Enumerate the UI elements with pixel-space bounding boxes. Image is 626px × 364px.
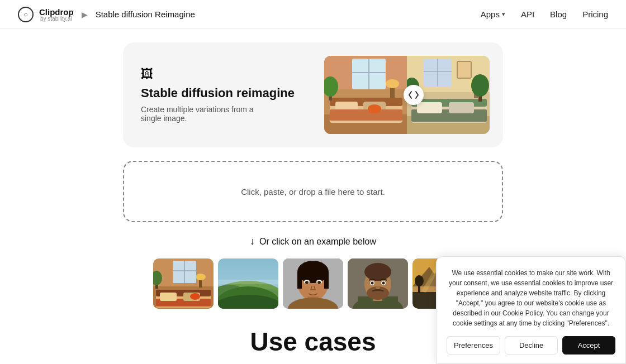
cookie-accept-button[interactable]: Accept (562, 336, 615, 355)
logo-icon: ○ (18, 7, 34, 22)
cookie-text: We use essential cookies to make our sit… (447, 268, 615, 328)
cookie-banner: We use essential cookies to make our sit… (436, 256, 626, 364)
svg-point-15 (368, 104, 381, 113)
svg-rect-31 (457, 61, 471, 78)
logo-brand: Clipdrop by stability.ai (39, 7, 74, 22)
example-face[interactable] (283, 258, 343, 309)
navbar-left: ○ Clipdrop by stability.ai ▶ Stable diff… (18, 7, 195, 22)
logo-sub: by stability.ai (40, 16, 74, 22)
svg-point-41 (190, 293, 200, 300)
svg-point-79 (382, 282, 385, 285)
nav-api-label: API (521, 9, 534, 19)
navbar-right: Apps ▾ API Blog Pricing (481, 9, 608, 19)
breadcrumb-arrow: ▶ (82, 10, 88, 19)
svg-point-78 (371, 282, 374, 285)
hero-title: Stable diffusion reimagine (141, 86, 324, 100)
svg-rect-55 (218, 280, 278, 284)
or-section: ↓ Or click on an example below (250, 236, 376, 247)
svg-point-61 (297, 261, 329, 283)
cookie-preferences-button[interactable]: Preferences (447, 336, 500, 355)
nav-apps-label: Apps (481, 9, 500, 19)
dropzone[interactable]: Click, paste, or drop a file here to sta… (123, 161, 503, 222)
hero-images (324, 56, 503, 134)
hero-text-section: 🖼 Stable diffusion reimagine Create mult… (141, 67, 324, 123)
nav-pricing-label: Pricing (582, 9, 608, 19)
navbar: ○ Clipdrop by stability.ai ▶ Stable diff… (0, 0, 626, 29)
hero-image-icon: 🖼 (141, 67, 324, 82)
svg-point-67 (317, 281, 321, 284)
dropzone-text: Click, paste, or drop a file here to sta… (241, 187, 385, 197)
svg-point-80 (376, 286, 380, 289)
svg-point-66 (305, 281, 309, 284)
svg-point-43 (196, 274, 206, 280)
use-cases-heading: Use cases (250, 327, 376, 357)
svg-point-27 (471, 74, 489, 97)
nav-item-pricing[interactable]: Pricing (582, 9, 608, 19)
svg-point-88 (415, 275, 424, 286)
svg-point-9 (386, 79, 399, 88)
hero-card: 🖼 Stable diffusion reimagine Create mult… (123, 42, 503, 147)
cookie-buttons: Preferences Decline Accept (447, 336, 615, 355)
svg-rect-23 (449, 102, 474, 113)
svg-point-74 (364, 263, 391, 281)
svg-rect-22 (417, 102, 442, 113)
hero-subtitle: Create multiple variations from a single… (141, 105, 275, 123)
example-hills[interactable] (218, 258, 278, 309)
svg-rect-7 (330, 109, 402, 121)
cookie-decline-button[interactable]: Decline (505, 336, 558, 355)
examples-row (153, 258, 473, 309)
chevron-down-icon: ▾ (502, 11, 505, 18)
breadcrumb-page: Stable diffusion Reimagine (96, 9, 195, 19)
example-man[interactable] (348, 258, 408, 309)
or-text: Or click on an example below (259, 237, 376, 247)
svg-rect-62 (297, 272, 302, 289)
hero-image-left (324, 56, 407, 134)
svg-rect-63 (324, 272, 329, 289)
svg-rect-39 (160, 293, 177, 301)
or-arrow-icon: ↓ (250, 236, 255, 247)
example-bedroom[interactable] (153, 258, 214, 309)
nav-item-apps[interactable]: Apps ▾ (481, 9, 505, 19)
compare-icon (404, 85, 424, 105)
nav-item-api[interactable]: API (521, 9, 534, 19)
nav-blog-label: Blog (550, 9, 567, 19)
nav-item-blog[interactable]: Blog (550, 9, 567, 19)
